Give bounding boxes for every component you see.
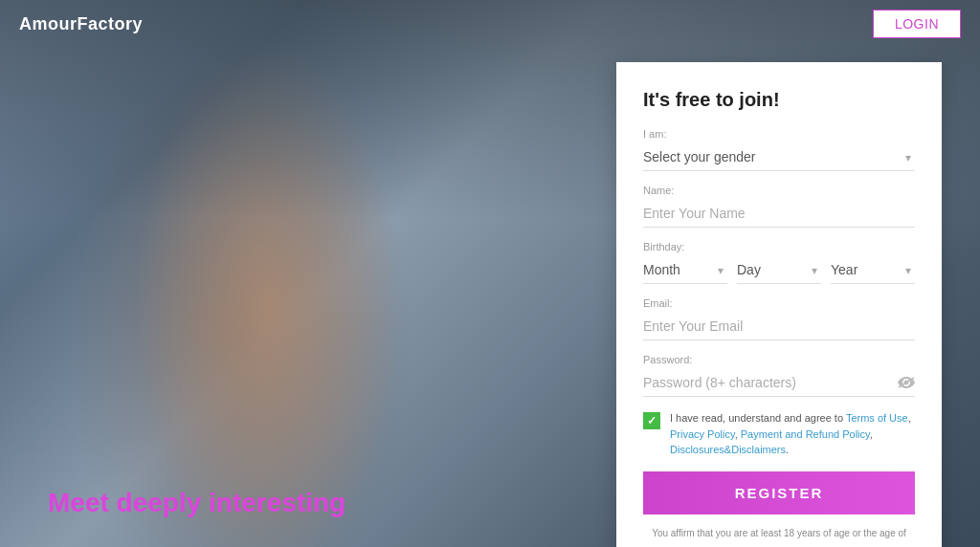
birthday-label: Birthday: bbox=[643, 241, 915, 252]
terms-text-before: I have read, understand and agree to bbox=[670, 412, 846, 424]
email-input[interactable] bbox=[643, 313, 915, 340]
tagline: Meet deeply interesting bbox=[48, 488, 345, 518]
terms-row: I have read, understand and agree to Ter… bbox=[643, 410, 915, 458]
birthday-row: Month January February March April May J… bbox=[643, 256, 915, 284]
disclaimers-link[interactable]: Disclosures&Disclaimers bbox=[670, 444, 786, 455]
terms-text: I have read, understand and agree to Ter… bbox=[670, 410, 915, 458]
header: AmourFactory LOGIN bbox=[0, 0, 980, 48]
year-select-wrapper: Year ▾ bbox=[831, 256, 915, 284]
day-select-wrapper: Day ▾ bbox=[737, 256, 821, 284]
logo: AmourFactory bbox=[19, 14, 143, 34]
month-select-wrapper: Month January February March April May J… bbox=[643, 256, 727, 284]
month-select[interactable]: Month January February March April May J… bbox=[643, 256, 727, 284]
gender-label: I am: bbox=[643, 128, 915, 140]
card-title: It's free to join! bbox=[643, 89, 915, 111]
gender-select[interactable]: Select your gender Male Female bbox=[643, 143, 915, 171]
gender-field-group: I am: Select your gender Male Female ▾ bbox=[643, 128, 915, 171]
name-input[interactable] bbox=[643, 200, 915, 228]
footer-note: You affirm that you are at least 18 year… bbox=[643, 526, 915, 540]
email-label: Email: bbox=[643, 297, 915, 309]
password-wrapper bbox=[643, 369, 915, 397]
password-input[interactable] bbox=[643, 369, 915, 397]
terms-checkbox[interactable] bbox=[643, 412, 660, 429]
day-select[interactable]: Day bbox=[737, 256, 821, 284]
name-label: Name: bbox=[643, 185, 915, 196]
email-field-group: Email: bbox=[643, 297, 915, 340]
registration-card: It's free to join! I am: Select your gen… bbox=[616, 62, 942, 547]
password-field-group: Password: bbox=[643, 354, 915, 397]
name-field-group: Name: bbox=[643, 185, 915, 228]
password-label: Password: bbox=[643, 354, 915, 365]
year-select[interactable]: Year bbox=[831, 256, 915, 284]
birthday-field-group: Birthday: Month January February March A… bbox=[643, 241, 915, 284]
login-button[interactable]: LOGIN bbox=[873, 10, 961, 38]
terms-comma3: , bbox=[870, 428, 873, 440]
payment-policy-link[interactable]: Payment and Refund Policy bbox=[741, 428, 870, 440]
eye-icon[interactable] bbox=[898, 375, 915, 392]
terms-period: . bbox=[786, 444, 789, 455]
terms-comma1: , bbox=[908, 412, 911, 424]
terms-of-use-link[interactable]: Terms of Use bbox=[846, 412, 908, 424]
register-button[interactable]: REGISTER bbox=[643, 471, 915, 514]
gender-select-wrapper: Select your gender Male Female ▾ bbox=[643, 143, 915, 171]
privacy-policy-link[interactable]: Privacy Policy bbox=[670, 428, 735, 440]
